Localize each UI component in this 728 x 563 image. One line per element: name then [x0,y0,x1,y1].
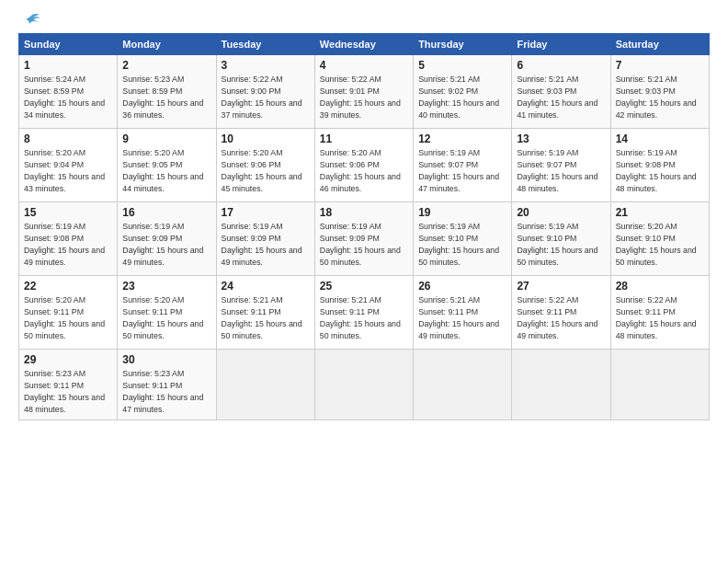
page-header [18,17,710,24]
weekday-header: Tuesday [216,34,314,55]
day-info: Sunrise: 5:22 AMSunset: 9:01 PMDaylight:… [320,75,401,120]
calendar-cell: 11 Sunrise: 5:20 AMSunset: 9:06 PMDaylig… [314,129,413,202]
day-info: Sunrise: 5:23 AMSunset: 8:59 PMDaylight:… [122,75,203,120]
calendar-cell: 23 Sunrise: 5:20 AMSunset: 9:11 PMDaylig… [118,276,216,350]
day-info: Sunrise: 5:20 AMSunset: 9:04 PMDaylight:… [24,148,105,193]
day-number: 22 [24,280,112,293]
day-number: 27 [517,280,605,293]
day-number: 13 [517,132,605,145]
day-number: 18 [320,206,408,219]
day-info: Sunrise: 5:23 AMSunset: 9:11 PMDaylight:… [122,369,203,414]
calendar-cell: 24 Sunrise: 5:21 AMSunset: 9:11 PMDaylig… [216,276,314,350]
day-info: Sunrise: 5:19 AMSunset: 9:10 PMDaylight:… [517,222,597,267]
day-info: Sunrise: 5:19 AMSunset: 9:09 PMDaylight:… [122,222,203,267]
calendar-cell: 8 Sunrise: 5:20 AMSunset: 9:04 PMDayligh… [19,129,118,202]
calendar-cell: 3 Sunrise: 5:22 AMSunset: 9:00 PMDayligh… [216,55,314,129]
day-info: Sunrise: 5:19 AMSunset: 9:10 PMDaylight:… [418,222,499,267]
calendar-cell: 25 Sunrise: 5:21 AMSunset: 9:11 PMDaylig… [314,276,413,350]
weekday-header: Wednesday [314,34,413,55]
calendar-cell: 10 Sunrise: 5:20 AMSunset: 9:06 PMDaylig… [216,129,314,202]
calendar-cell [512,350,610,420]
day-number: 11 [320,132,408,145]
calendar-cell [414,350,512,420]
calendar-week-row: 8 Sunrise: 5:20 AMSunset: 9:04 PMDayligh… [19,129,710,202]
calendar-cell: 1 Sunrise: 5:24 AMSunset: 8:59 PMDayligh… [19,55,118,129]
calendar-cell: 20 Sunrise: 5:19 AMSunset: 9:10 PMDaylig… [512,202,610,276]
calendar-cell: 19 Sunrise: 5:19 AMSunset: 9:10 PMDaylig… [414,202,512,276]
day-number: 29 [24,353,112,366]
day-info: Sunrise: 5:21 AMSunset: 9:11 PMDaylight:… [418,295,499,340]
day-number: 10 [222,132,310,145]
calendar-cell: 30 Sunrise: 5:23 AMSunset: 9:11 PMDaylig… [118,350,216,420]
weekday-header: Friday [512,34,610,55]
day-info: Sunrise: 5:20 AMSunset: 9:05 PMDaylight:… [122,148,203,193]
day-number: 20 [517,206,605,219]
day-number: 6 [517,59,605,72]
day-number: 24 [222,280,310,293]
day-number: 8 [24,132,112,145]
day-info: Sunrise: 5:22 AMSunset: 9:00 PMDaylight:… [222,75,302,120]
day-info: Sunrise: 5:19 AMSunset: 9:07 PMDaylight:… [418,148,499,193]
calendar-week-row: 22 Sunrise: 5:20 AMSunset: 9:11 PMDaylig… [19,276,710,350]
calendar-cell: 29 Sunrise: 5:23 AMSunset: 9:11 PMDaylig… [19,350,118,420]
calendar-cell: 5 Sunrise: 5:21 AMSunset: 9:02 PMDayligh… [414,55,512,129]
day-number: 28 [616,280,704,293]
day-info: Sunrise: 5:19 AMSunset: 9:07 PMDaylight:… [517,148,597,193]
day-number: 21 [616,206,704,219]
calendar-cell: 12 Sunrise: 5:19 AMSunset: 9:07 PMDaylig… [414,129,512,202]
calendar-cell: 9 Sunrise: 5:20 AMSunset: 9:05 PMDayligh… [118,129,216,202]
calendar-cell [610,350,709,420]
day-info: Sunrise: 5:22 AMSunset: 9:11 PMDaylight:… [517,295,597,340]
calendar-cell [314,350,413,420]
day-info: Sunrise: 5:21 AMSunset: 9:03 PMDaylight:… [517,75,597,120]
weekday-header: Saturday [610,34,709,55]
day-info: Sunrise: 5:20 AMSunset: 9:10 PMDaylight:… [616,222,697,267]
day-number: 30 [122,353,210,366]
day-number: 5 [418,59,506,72]
day-info: Sunrise: 5:19 AMSunset: 9:09 PMDaylight:… [320,222,401,267]
day-info: Sunrise: 5:20 AMSunset: 9:11 PMDaylight:… [24,295,105,340]
day-info: Sunrise: 5:19 AMSunset: 9:08 PMDaylight:… [24,222,105,267]
calendar-cell: 17 Sunrise: 5:19 AMSunset: 9:09 PMDaylig… [216,202,314,276]
day-number: 9 [122,132,210,145]
calendar-cell: 7 Sunrise: 5:21 AMSunset: 9:03 PMDayligh… [610,55,709,129]
calendar-table: SundayMondayTuesdayWednesdayThursdayFrid… [18,33,710,420]
calendar-cell: 13 Sunrise: 5:19 AMSunset: 9:07 PMDaylig… [512,129,610,202]
day-number: 7 [616,59,704,72]
day-number: 2 [122,59,210,72]
calendar-cell: 21 Sunrise: 5:20 AMSunset: 9:10 PMDaylig… [610,202,709,276]
weekday-header: Monday [118,34,216,55]
day-info: Sunrise: 5:20 AMSunset: 9:11 PMDaylight:… [122,295,203,340]
day-number: 3 [222,59,310,72]
day-number: 15 [24,206,112,219]
day-info: Sunrise: 5:21 AMSunset: 9:11 PMDaylight:… [320,295,401,340]
calendar-cell: 28 Sunrise: 5:22 AMSunset: 9:11 PMDaylig… [610,276,709,350]
day-info: Sunrise: 5:20 AMSunset: 9:06 PMDaylight:… [320,148,401,193]
calendar-week-row: 15 Sunrise: 5:19 AMSunset: 9:08 PMDaylig… [19,202,710,276]
calendar-cell [216,350,314,420]
calendar-cell: 22 Sunrise: 5:20 AMSunset: 9:11 PMDaylig… [19,276,118,350]
day-info: Sunrise: 5:21 AMSunset: 9:02 PMDaylight:… [418,75,499,120]
calendar-cell: 26 Sunrise: 5:21 AMSunset: 9:11 PMDaylig… [414,276,512,350]
logo [18,17,40,24]
day-info: Sunrise: 5:23 AMSunset: 9:11 PMDaylight:… [24,369,105,414]
weekday-header: Thursday [414,34,512,55]
day-info: Sunrise: 5:19 AMSunset: 9:08 PMDaylight:… [616,148,697,193]
calendar-cell: 14 Sunrise: 5:19 AMSunset: 9:08 PMDaylig… [610,129,709,202]
day-info: Sunrise: 5:22 AMSunset: 9:11 PMDaylight:… [616,295,697,340]
calendar-week-row: 1 Sunrise: 5:24 AMSunset: 8:59 PMDayligh… [19,55,710,129]
calendar-cell: 6 Sunrise: 5:21 AMSunset: 9:03 PMDayligh… [512,55,610,129]
calendar-page: SundayMondayTuesdayWednesdayThursdayFrid… [0,0,728,563]
day-number: 4 [320,59,408,72]
day-info: Sunrise: 5:21 AMSunset: 9:11 PMDaylight:… [222,295,302,340]
calendar-week-row: 29 Sunrise: 5:23 AMSunset: 9:11 PMDaylig… [19,350,710,420]
day-number: 14 [616,132,704,145]
day-info: Sunrise: 5:21 AMSunset: 9:03 PMDaylight:… [616,75,697,120]
calendar-cell: 4 Sunrise: 5:22 AMSunset: 9:01 PMDayligh… [314,55,413,129]
day-number: 19 [418,206,506,219]
logo-bird-icon [20,13,40,28]
day-number: 1 [24,59,112,72]
calendar-cell: 16 Sunrise: 5:19 AMSunset: 9:09 PMDaylig… [118,202,216,276]
day-number: 26 [418,280,506,293]
calendar-cell: 15 Sunrise: 5:19 AMSunset: 9:08 PMDaylig… [19,202,118,276]
